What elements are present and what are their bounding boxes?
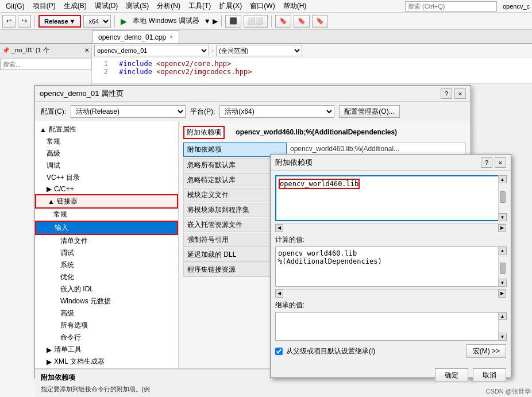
- menu-test[interactable]: 测试(S): [122, 0, 152, 12]
- calc-scroll-up[interactable]: ▲: [499, 246, 507, 255]
- tab-close-btn[interactable]: ×: [169, 34, 173, 40]
- play-button[interactable]: ▶: [118, 17, 129, 26]
- undo-btn[interactable]: ↩: [2, 15, 16, 28]
- toolbar-btn-3[interactable]: 🔖: [275, 15, 291, 28]
- calc-scroll-down[interactable]: ▼: [499, 279, 507, 287]
- tree-label-linker-input: 输入: [55, 223, 68, 233]
- scroll-thumb[interactable]: [500, 191, 506, 203]
- menu-project[interactable]: 项目(P): [29, 0, 59, 12]
- release-label: Release: [44, 18, 68, 25]
- calc-h-left[interactable]: ◀: [275, 290, 283, 298]
- tree-label-optimize: 优化: [60, 272, 74, 282]
- run-label: 本地 Windows 调试器: [132, 16, 200, 26]
- tree-item-linker-input[interactable]: 输入: [35, 221, 178, 235]
- file-tab[interactable]: opencv_demo_01.cpp ×: [92, 30, 179, 43]
- scroll-up-arrow[interactable]: ▲: [499, 175, 507, 183]
- sub-ok-btn[interactable]: 确定: [435, 368, 468, 382]
- sub-dialog-titlebar: 附加依赖项 ? ×: [271, 155, 511, 171]
- tree-expand-manifest: ▶: [47, 346, 52, 354]
- property-dialog-title: opencv_demo_01 属性页: [40, 88, 124, 99]
- tree-item-winmeta[interactable]: Windows 元数据: [35, 295, 178, 307]
- menu-tools[interactable]: 工具(T): [185, 0, 214, 12]
- inherit-scroll-down[interactable]: ▼: [499, 333, 507, 341]
- toolbar-btn-4[interactable]: 🔖: [294, 15, 310, 28]
- tree-item-advanced[interactable]: 高级: [35, 148, 178, 160]
- h-scroll-track[interactable]: [283, 224, 498, 232]
- config-label: 配置(C):: [41, 107, 66, 117]
- config-manager-btn[interactable]: 配置管理器(O)...: [339, 105, 399, 118]
- tree-expand-linker: ▲: [48, 198, 55, 206]
- platform-dropdown[interactable]: x64: [83, 15, 111, 28]
- sub-dialog-close-btn[interactable]: ×: [495, 157, 506, 168]
- tree-item-system[interactable]: 系统: [35, 259, 178, 271]
- tree-item-advanced2[interactable]: 高级: [35, 307, 178, 319]
- tree-label-linker: 链接器: [57, 196, 78, 206]
- tree-item-idl[interactable]: 嵌入的 IDL: [35, 283, 178, 295]
- tree-item-xml[interactable]: ▶ XML 文档生成器: [35, 356, 178, 368]
- tree-item-linker[interactable]: ▲ 链接器: [35, 194, 178, 209]
- redo-btn[interactable]: ↪: [18, 15, 31, 28]
- tree-item-cmdline[interactable]: 命令行: [35, 332, 178, 344]
- menu-window[interactable]: 窗口(W): [246, 0, 278, 12]
- platform-dropdown-prop[interactable]: 活动(x64): [219, 105, 334, 118]
- sub-dialog-help-btn[interactable]: ?: [481, 157, 492, 168]
- calc-h-right[interactable]: ▶: [498, 290, 506, 298]
- toolbar-btn-1[interactable]: ⬛: [225, 15, 241, 28]
- menu-git[interactable]: Git(G): [2, 1, 28, 11]
- sub-calc-h-scroll: ◀ ▶: [275, 289, 506, 297]
- sidebar-search-input[interactable]: [0, 59, 91, 70]
- tree-item-general[interactable]: 常规: [35, 136, 178, 148]
- tree-label-linker-general: 常规: [53, 210, 67, 219]
- tree-item-debug2[interactable]: 调试: [35, 247, 178, 259]
- tree-label-debug2: 调试: [60, 248, 74, 258]
- tree-label-advanced2: 高级: [60, 309, 74, 318]
- menu-debug[interactable]: 调试(D): [91, 0, 122, 12]
- inherit-scroll-up[interactable]: ▲: [499, 312, 507, 320]
- tree-item-cpp[interactable]: ▶ C/C++: [35, 184, 178, 194]
- property-dialog-help-btn[interactable]: ?: [441, 88, 452, 99]
- tree-item-manifest[interactable]: 清单文件: [35, 235, 178, 247]
- tree-item-linker-general[interactable]: 常规: [35, 209, 178, 221]
- menu-bar: Git(G) 项目(P) 生成(B) 调试(D) 测试(S) 分析(N) 工具(…: [0, 0, 532, 13]
- pin-icon[interactable]: 📌: [2, 47, 9, 53]
- tree-item-vcdir[interactable]: VC++ 目录: [35, 172, 178, 184]
- h-scroll-left[interactable]: ◀: [275, 224, 283, 232]
- release-dropdown[interactable]: Release ▼: [38, 15, 81, 28]
- sub-calc-line2: %(AdditionalDependencies): [278, 257, 503, 265]
- sub-cancel-btn[interactable]: 取消: [473, 368, 506, 382]
- close-sidebar-icon[interactable]: ✕: [84, 47, 89, 53]
- menu-build[interactable]: 生成(B): [60, 0, 90, 12]
- prop-right-title: 附加依赖项: [183, 126, 225, 139]
- editor-scope-dropdown[interactable]: (全局范围): [216, 45, 302, 56]
- config-dropdown[interactable]: 活动(Release): [71, 105, 186, 118]
- editor-file-dropdown[interactable]: opencv_demo_01: [94, 45, 209, 56]
- toolbar-btn-5[interactable]: 🔖: [312, 15, 328, 28]
- tree-item-config[interactable]: ▲ 配置属性: [35, 124, 178, 136]
- h-scroll-right[interactable]: ▶: [498, 224, 506, 232]
- tree-item-optimize[interactable]: 优化: [35, 271, 178, 283]
- scroll-down-arrow[interactable]: ▼: [499, 213, 507, 221]
- calc-scroll-thumb[interactable]: [500, 263, 506, 274]
- tree-item-allopts[interactable]: 所有选项: [35, 319, 178, 332]
- property-dialog-close-btn[interactable]: ×: [454, 88, 466, 99]
- property-dialog-controls: ? ×: [441, 88, 466, 99]
- menu-extensions[interactable]: 扩展(X): [215, 0, 245, 12]
- tree-item-manifest-tool[interactable]: ▶ 清单工具: [35, 344, 178, 356]
- menu-analyze[interactable]: 分析(N): [153, 0, 184, 12]
- tree-label-config: 配置属性: [49, 125, 76, 134]
- calc-h-track[interactable]: [283, 290, 498, 298]
- tree-label-manifest-tool: 清单工具: [54, 345, 82, 354]
- sub-dialog: 附加依赖项 ? × opencv_world460.lib ▲ ▼ ◀ ▶: [270, 154, 511, 378]
- tree-label-idl: 嵌入的 IDL: [60, 284, 94, 294]
- macro-btn[interactable]: 宏(M) >>: [467, 344, 506, 358]
- tree-item-debug[interactable]: 调试: [35, 160, 178, 172]
- inherit-checkbox[interactable]: [275, 348, 283, 355]
- tree-item-browse[interactable]: ▶ 浏览信息: [35, 368, 178, 368]
- menu-help[interactable]: 帮助(H): [280, 0, 310, 12]
- search-input[interactable]: [405, 1, 497, 11]
- tree-expand-xml: ▶: [47, 358, 52, 366]
- sub-inherit-label: 继承的值:: [275, 300, 506, 310]
- run-dropdown-arrow[interactable]: ▼ ▶: [204, 17, 218, 25]
- editor-content: 1 #include <opencv2/core.hpp> 2 #include…: [92, 57, 532, 78]
- toolbar-btn-2[interactable]: ⬜⬜: [244, 15, 268, 28]
